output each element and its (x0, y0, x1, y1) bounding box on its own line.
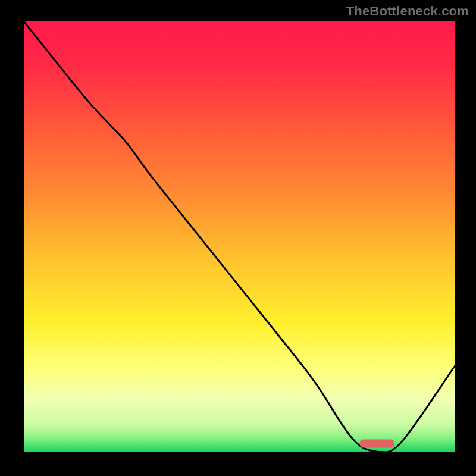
gradient-background (24, 21, 455, 452)
chart-frame: TheBottleneck.com (0, 0, 476, 476)
plot-svg (24, 21, 455, 452)
plot-area (24, 21, 455, 452)
watermark-label: TheBottleneck.com (346, 4, 469, 19)
optimal-marker (360, 440, 394, 448)
